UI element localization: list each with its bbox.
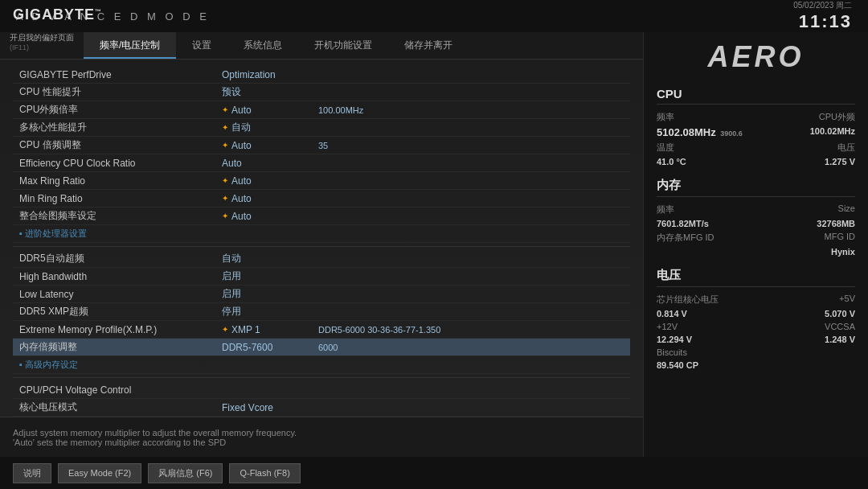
settings-row[interactable]: CPU 倍频调整✦Auto35 bbox=[13, 137, 630, 154]
cpu-freq-value: 5102.08MHz 3900.6 bbox=[657, 126, 743, 138]
volt-chip-values: 0.814 V 5.070 V bbox=[657, 309, 855, 318]
panel-voltage: 电压 芯片组核心电压 +5V 0.814 V 5.070 V +12V VCCS… bbox=[657, 268, 855, 370]
settings-value: 启用 bbox=[222, 269, 318, 283]
mem-freq-label: 频率 bbox=[657, 203, 674, 216]
btn-fan-info[interactable]: 风扇信息 (F6) bbox=[148, 463, 223, 483]
nav-bar: 开启我的偏好页面 (IF11) 频率/电压控制 设置 系统信息 开机功能设置 储… bbox=[0, 32, 643, 60]
cpu-freq-row: 频率 CPU外频 bbox=[657, 111, 855, 123]
biscuits-label-row: Biscuits bbox=[657, 347, 855, 357]
settings-value: 停用 bbox=[222, 305, 318, 318]
volt-chip-labels: 芯片组核心电压 +5V bbox=[657, 294, 855, 306]
settings-label: Low Latency bbox=[13, 289, 222, 300]
settings-row[interactable]: 内存倍频调整DDR5-76006000 bbox=[13, 339, 630, 356]
settings-row[interactable]: 多核心性能提升✦自动 bbox=[13, 119, 630, 137]
settings-row[interactable]: DDR5 XMP超频停用 bbox=[13, 303, 630, 321]
volt-plus5-label: +5V bbox=[839, 294, 855, 306]
logo-area: GIGABYTE™ bbox=[13, 6, 102, 23]
mem-mfg-values: Hynix bbox=[657, 247, 855, 257]
settings-extra: 100.00MHz bbox=[318, 105, 630, 115]
settings-row[interactable]: Max Ring Ratio✦Auto bbox=[13, 172, 630, 190]
settings-label: CPU 性能提升 bbox=[13, 85, 222, 99]
settings-row[interactable]: Low Latency启用 bbox=[13, 286, 630, 303]
settings-row: ▪ 进阶处理器设置 bbox=[13, 225, 630, 243]
settings-value: 自动 bbox=[222, 252, 318, 265]
settings-label: 内存倍频调整 bbox=[13, 340, 222, 354]
settings-row[interactable]: Extreme Memory Profile(X.M.P.)✦XMP 1DDR5… bbox=[13, 321, 630, 339]
mem-mfg-label: 内存条MFG ID bbox=[657, 232, 714, 244]
nav-item-sysinfo[interactable]: 系统信息 bbox=[227, 32, 298, 59]
cpu-temp-row-labels: 温度 电压 bbox=[657, 142, 855, 154]
settings-extra: 6000 bbox=[318, 343, 630, 352]
nav-item-if11[interactable]: 开启我的偏好页面 (IF11) bbox=[0, 32, 84, 59]
settings-label: ▪ 高级内存设定 bbox=[13, 359, 222, 371]
settings-label: 整合绘图频率设定 bbox=[13, 209, 222, 223]
mem-size-value: 32768MB bbox=[817, 219, 855, 228]
settings-row[interactable]: 整合绘图频率设定✦Auto bbox=[13, 208, 630, 225]
cpu-title: CPU bbox=[657, 87, 855, 105]
volt-title: 电压 bbox=[657, 268, 855, 287]
volt-plus12-label: +12V bbox=[657, 322, 678, 331]
settings-value: ✦自动 bbox=[222, 121, 318, 134]
settings-extra: DDR5-6000 30-36-36-77-1.350 bbox=[318, 325, 630, 335]
cpu-freq-values: 5102.08MHz 3900.6 100.02MHz bbox=[657, 126, 855, 138]
desc-line2: 'Auto' sets the memory multiplier accord… bbox=[13, 438, 630, 447]
settings-label: CPU 倍频调整 bbox=[13, 138, 222, 152]
settings-value: ✦Auto bbox=[222, 175, 318, 187]
btn-desc[interactable]: 说明 bbox=[13, 463, 51, 483]
settings-value: ✦XMP 1 bbox=[222, 324, 318, 335]
nav-item-save[interactable]: 储存并离开 bbox=[388, 32, 469, 59]
volt-vccsa-label: VCCSA bbox=[825, 322, 855, 331]
mem-values: 7601.82MT/s 32768MB bbox=[657, 219, 855, 228]
volt-chip-value: 0.814 V bbox=[657, 309, 687, 318]
settings-label: GIGABYTE PerfDrive bbox=[13, 69, 222, 80]
settings-value: ✦Auto bbox=[222, 193, 318, 204]
settings-extra: 35 bbox=[318, 141, 630, 150]
settings-row[interactable]: CPU外频倍率✦Auto100.00MHz bbox=[13, 101, 630, 119]
settings-row[interactable]: Min Ring Ratio✦Auto bbox=[13, 190, 630, 208]
settings-label: DDR5 XMP超频 bbox=[13, 305, 222, 318]
settings-row[interactable]: High Bandwidth启用 bbox=[13, 268, 630, 286]
aero-logo: AERO bbox=[657, 40, 855, 74]
panel-cpu: CPU 频率 CPU外频 5102.08MHz 3900.6 100.02MHz… bbox=[657, 87, 855, 166]
cpu-voltage-label: 电压 bbox=[837, 142, 855, 154]
settings-value: 启用 bbox=[222, 287, 318, 301]
mem-mfg2-label: MFG ID bbox=[825, 232, 856, 244]
settings-row[interactable]: CPU 性能提升预设 bbox=[13, 84, 630, 101]
cpu-temp-value: 41.0 °C bbox=[657, 157, 686, 166]
btn-easy-mode[interactable]: Easy Mode (F2) bbox=[58, 463, 141, 483]
settings-value: ✦Auto bbox=[222, 105, 318, 116]
settings-value: ✦Auto bbox=[222, 211, 318, 222]
settings-row[interactable]: DDR5自动超频自动 bbox=[13, 250, 630, 268]
settings-row[interactable]: CPU/PCH Voltage Control bbox=[13, 381, 630, 399]
settings-label: Min Ring Ratio bbox=[13, 193, 222, 204]
settings-value: DDR5-7600 bbox=[222, 342, 318, 353]
volt-plus12-value: 12.294 V bbox=[657, 335, 692, 344]
mem-title: 内存 bbox=[657, 178, 855, 197]
biscuits-value-row: 89.540 CP bbox=[657, 360, 855, 370]
settings-row[interactable]: 核心电压模式Fixed Vcore bbox=[13, 399, 630, 417]
settings-row[interactable]: Efficiency CPU Clock RatioAuto bbox=[13, 154, 630, 172]
settings-row[interactable]: GIGABYTE PerfDriveOptimization bbox=[13, 66, 630, 84]
nav-item-boot[interactable]: 开机功能设置 bbox=[298, 32, 388, 59]
settings-label: Max Ring Ratio bbox=[13, 175, 222, 187]
settings-label: Extreme Memory Profile(X.M.P.) bbox=[13, 324, 222, 335]
mem-labels: 频率 Size bbox=[657, 203, 855, 216]
btn-qflash[interactable]: Q-Flash (F8) bbox=[229, 463, 300, 483]
settings-table: GIGABYTE PerfDriveOptimizationCPU 性能提升预设… bbox=[13, 66, 630, 449]
settings-value: Fixed Vcore bbox=[222, 402, 318, 413]
settings-label: High Bandwidth bbox=[13, 271, 222, 282]
volt-12-labels: +12V VCCSA bbox=[657, 322, 855, 331]
mem-mfg-labels: 内存条MFG ID MFG ID bbox=[657, 232, 855, 244]
settings-label: 多核心性能提升 bbox=[13, 121, 222, 134]
mem-freq-value: 7601.82MT/s bbox=[657, 219, 709, 228]
settings-label: 核心电压模式 bbox=[13, 401, 222, 414]
nav-item-freq[interactable]: 频率/电压控制 bbox=[84, 32, 176, 59]
settings-value: Optimization bbox=[222, 69, 318, 80]
volt-12-values: 12.294 V 1.248 V bbox=[657, 335, 855, 344]
time-display: 11:13 bbox=[799, 11, 852, 32]
settings-label: Efficiency CPU Clock Ratio bbox=[13, 158, 222, 169]
bottom-bar: 说明 Easy Mode (F2) 风扇信息 (F6) Q-Flash (F8) bbox=[0, 457, 868, 489]
description-area: Adjust system memory multiplier to adjus… bbox=[0, 417, 643, 457]
biscuits-value: 89.540 CP bbox=[657, 360, 698, 370]
nav-item-settings[interactable]: 设置 bbox=[176, 32, 227, 59]
